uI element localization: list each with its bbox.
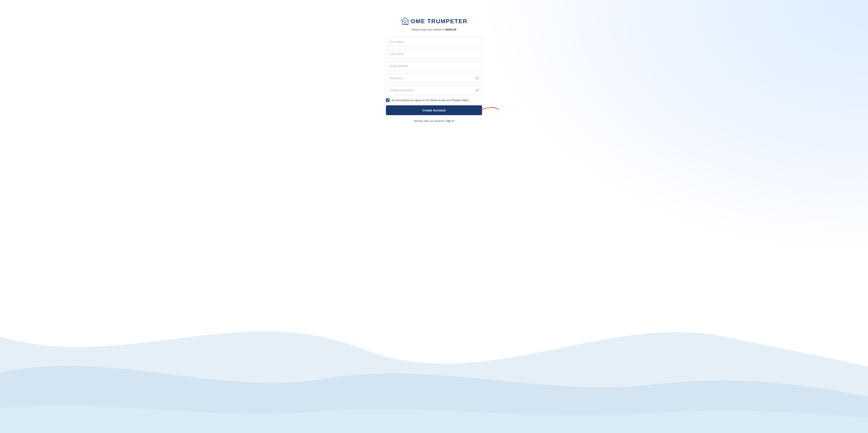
terms-link[interactable]: Terms of use xyxy=(430,99,445,102)
privacy-link[interactable]: Privacy Policy. xyxy=(452,99,469,102)
last-name-wrapper xyxy=(386,49,482,59)
arrow-annotation xyxy=(480,104,501,115)
svg-point-3 xyxy=(477,78,478,79)
password-toggle-icon[interactable] xyxy=(475,76,479,80)
password-wrapper xyxy=(386,73,482,83)
terms-label[interactable]: By proceeding you agree to the Terms of … xyxy=(392,99,469,102)
subtitle: Please enter your details to SIGN UP xyxy=(412,28,457,31)
confirm-password-input[interactable] xyxy=(386,86,482,95)
confirm-password-wrapper xyxy=(386,86,482,95)
email-wrapper xyxy=(386,61,482,71)
email-input[interactable] xyxy=(386,61,482,71)
confirm-password-toggle-icon[interactable] xyxy=(475,88,479,92)
terms-row: By proceeding you agree to the Terms of … xyxy=(386,98,482,102)
svg-point-4 xyxy=(477,90,478,91)
signin-row: Already have an account? Sign In xyxy=(386,119,482,123)
logo-container: OME TRUMPETER xyxy=(401,17,467,26)
signup-form: By proceeding you agree to the Terms of … xyxy=(386,37,482,123)
signin-link[interactable]: Sign In xyxy=(446,119,454,123)
terms-checkbox[interactable] xyxy=(386,98,390,102)
last-name-input[interactable] xyxy=(386,49,482,59)
logo-area: OME TRUMPETER Please enter your details … xyxy=(401,17,467,31)
first-name-input[interactable] xyxy=(386,37,482,46)
create-account-button[interactable]: Create Account xyxy=(386,105,482,115)
logo-text: OME TRUMPETER xyxy=(411,18,467,25)
create-button-wrapper: Create Account xyxy=(386,104,482,115)
house-icon xyxy=(401,17,410,26)
first-name-wrapper xyxy=(386,37,482,46)
password-input[interactable] xyxy=(386,73,482,83)
